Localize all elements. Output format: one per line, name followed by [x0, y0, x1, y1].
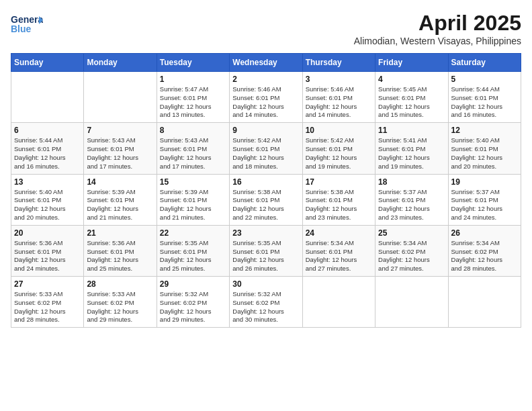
calendar-cell: 7Sunrise: 5:43 AM Sunset: 6:01 PM Daylig…: [84, 123, 157, 174]
day-info: Sunrise: 5:35 AM Sunset: 6:01 PM Dayligh…: [160, 239, 226, 273]
calendar-cell: 4Sunrise: 5:45 AM Sunset: 6:01 PM Daylig…: [375, 72, 448, 123]
calendar-cell: 11Sunrise: 5:41 AM Sunset: 6:01 PM Dayli…: [375, 123, 448, 174]
calendar-cell: 10Sunrise: 5:42 AM Sunset: 6:01 PM Dayli…: [302, 123, 375, 174]
day-info: Sunrise: 5:39 AM Sunset: 6:01 PM Dayligh…: [160, 188, 226, 222]
day-number: 23: [232, 228, 299, 238]
week-row-1: 6Sunrise: 5:44 AM Sunset: 6:01 PM Daylig…: [11, 123, 521, 174]
day-number: 10: [306, 126, 372, 135]
day-number: 3: [306, 75, 372, 84]
week-row-3: 20Sunrise: 5:36 AM Sunset: 6:01 PM Dayli…: [11, 225, 521, 276]
day-info: Sunrise: 5:33 AM Sunset: 6:02 PM Dayligh…: [87, 290, 153, 324]
calendar-cell: [84, 72, 157, 123]
calendar-cell: 28Sunrise: 5:33 AM Sunset: 6:02 PM Dayli…: [84, 277, 157, 328]
calendar-cell: [302, 277, 375, 328]
day-number: 9: [232, 126, 299, 135]
day-number: 13: [14, 177, 81, 187]
day-info: Sunrise: 5:40 AM Sunset: 6:01 PM Dayligh…: [451, 136, 518, 171]
day-number: 27: [14, 279, 81, 289]
title-section: April 2025 Alimodian, Western Visayas, P…: [354, 11, 521, 46]
day-info: Sunrise: 5:32 AM Sunset: 6:02 PM Dayligh…: [160, 290, 226, 324]
day-number: 11: [378, 126, 445, 135]
day-info: Sunrise: 5:34 AM Sunset: 6:02 PM Dayligh…: [378, 239, 445, 273]
calendar-cell: 19Sunrise: 5:37 AM Sunset: 6:01 PM Dayli…: [448, 174, 521, 225]
calendar-cell: 17Sunrise: 5:38 AM Sunset: 6:01 PM Dayli…: [302, 174, 375, 225]
calendar-cell: [375, 277, 448, 328]
weekday-header-thursday: Thursday: [302, 54, 375, 72]
calendar-cell: 6Sunrise: 5:44 AM Sunset: 6:01 PM Daylig…: [11, 123, 84, 174]
calendar-cell: 27Sunrise: 5:33 AM Sunset: 6:02 PM Dayli…: [11, 277, 84, 328]
calendar-cell: 1Sunrise: 5:47 AM Sunset: 6:01 PM Daylig…: [157, 72, 229, 123]
day-info: Sunrise: 5:35 AM Sunset: 6:01 PM Dayligh…: [232, 239, 299, 273]
day-number: 6: [14, 126, 81, 135]
day-number: 12: [451, 126, 518, 135]
day-info: Sunrise: 5:40 AM Sunset: 6:01 PM Dayligh…: [14, 188, 81, 222]
calendar-cell: 21Sunrise: 5:36 AM Sunset: 6:01 PM Dayli…: [84, 225, 157, 276]
day-info: Sunrise: 5:36 AM Sunset: 6:01 PM Dayligh…: [14, 239, 81, 273]
day-info: Sunrise: 5:32 AM Sunset: 6:02 PM Dayligh…: [232, 290, 299, 324]
day-number: 28: [87, 279, 153, 289]
week-row-2: 13Sunrise: 5:40 AM Sunset: 6:01 PM Dayli…: [11, 174, 521, 225]
day-info: Sunrise: 5:43 AM Sunset: 6:01 PM Dayligh…: [160, 136, 226, 171]
calendar-cell: 5Sunrise: 5:44 AM Sunset: 6:01 PM Daylig…: [448, 72, 521, 123]
month-title: April 2025: [354, 11, 521, 36]
page-header: General Blue April 2025 Alimodian, Weste…: [11, 11, 521, 46]
calendar-table: SundayMondayTuesdayWednesdayThursdayFrid…: [11, 53, 521, 328]
calendar-cell: 30Sunrise: 5:32 AM Sunset: 6:02 PM Dayli…: [230, 277, 302, 328]
calendar-cell: 12Sunrise: 5:40 AM Sunset: 6:01 PM Dayli…: [448, 123, 521, 174]
day-number: 15: [160, 177, 226, 187]
day-info: Sunrise: 5:33 AM Sunset: 6:02 PM Dayligh…: [14, 290, 81, 324]
calendar-cell: 14Sunrise: 5:39 AM Sunset: 6:01 PM Dayli…: [84, 174, 157, 225]
day-number: 16: [232, 177, 299, 187]
day-info: Sunrise: 5:34 AM Sunset: 6:02 PM Dayligh…: [451, 239, 518, 273]
calendar-cell: 15Sunrise: 5:39 AM Sunset: 6:01 PM Dayli…: [157, 174, 229, 225]
day-info: Sunrise: 5:41 AM Sunset: 6:01 PM Dayligh…: [378, 136, 445, 171]
day-number: 1: [160, 75, 226, 84]
day-info: Sunrise: 5:45 AM Sunset: 6:01 PM Dayligh…: [378, 85, 445, 120]
day-number: 26: [451, 228, 518, 238]
weekday-header-sunday: Sunday: [11, 54, 84, 72]
calendar-cell: 22Sunrise: 5:35 AM Sunset: 6:01 PM Dayli…: [157, 225, 229, 276]
weekday-header-saturday: Saturday: [448, 54, 521, 72]
day-info: Sunrise: 5:44 AM Sunset: 6:01 PM Dayligh…: [14, 136, 81, 171]
week-row-0: 1Sunrise: 5:47 AM Sunset: 6:01 PM Daylig…: [11, 72, 521, 123]
calendar-cell: 18Sunrise: 5:37 AM Sunset: 6:01 PM Dayli…: [375, 174, 448, 225]
calendar-cell: 13Sunrise: 5:40 AM Sunset: 6:01 PM Dayli…: [11, 174, 84, 225]
logo-icon: General Blue: [11, 11, 43, 38]
day-info: Sunrise: 5:43 AM Sunset: 6:01 PM Dayligh…: [87, 136, 153, 171]
day-info: Sunrise: 5:34 AM Sunset: 6:01 PM Dayligh…: [306, 239, 372, 273]
day-number: 25: [378, 228, 445, 238]
day-number: 24: [306, 228, 372, 238]
calendar-cell: 8Sunrise: 5:43 AM Sunset: 6:01 PM Daylig…: [157, 123, 229, 174]
day-info: Sunrise: 5:46 AM Sunset: 6:01 PM Dayligh…: [232, 85, 299, 120]
day-info: Sunrise: 5:44 AM Sunset: 6:01 PM Dayligh…: [451, 85, 518, 120]
calendar-cell: 16Sunrise: 5:38 AM Sunset: 6:01 PM Dayli…: [230, 174, 302, 225]
day-info: Sunrise: 5:46 AM Sunset: 6:01 PM Dayligh…: [306, 85, 372, 120]
day-info: Sunrise: 5:39 AM Sunset: 6:01 PM Dayligh…: [87, 188, 153, 222]
calendar-cell: 25Sunrise: 5:34 AM Sunset: 6:02 PM Dayli…: [375, 225, 448, 276]
day-number: 7: [87, 126, 153, 135]
day-number: 18: [378, 177, 445, 187]
calendar-cell: 9Sunrise: 5:42 AM Sunset: 6:01 PM Daylig…: [230, 123, 302, 174]
weekday-header-tuesday: Tuesday: [157, 54, 229, 72]
calendar-cell: [448, 277, 521, 328]
calendar-cell: 29Sunrise: 5:32 AM Sunset: 6:02 PM Dayli…: [157, 277, 229, 328]
day-info: Sunrise: 5:47 AM Sunset: 6:01 PM Dayligh…: [160, 85, 226, 120]
day-info: Sunrise: 5:37 AM Sunset: 6:01 PM Dayligh…: [378, 188, 445, 222]
calendar-cell: [11, 72, 84, 123]
day-number: 30: [232, 279, 299, 289]
calendar-cell: 23Sunrise: 5:35 AM Sunset: 6:01 PM Dayli…: [230, 225, 302, 276]
day-number: 19: [451, 177, 518, 187]
day-info: Sunrise: 5:38 AM Sunset: 6:01 PM Dayligh…: [232, 188, 299, 222]
svg-text:Blue: Blue: [11, 24, 32, 34]
day-number: 14: [87, 177, 153, 187]
weekday-header-friday: Friday: [375, 54, 448, 72]
day-number: 4: [378, 75, 445, 84]
location: Alimodian, Western Visayas, Philippines: [354, 36, 521, 46]
weekday-header-wednesday: Wednesday: [230, 54, 302, 72]
day-number: 21: [87, 228, 153, 238]
calendar-cell: 24Sunrise: 5:34 AM Sunset: 6:01 PM Dayli…: [302, 225, 375, 276]
day-info: Sunrise: 5:42 AM Sunset: 6:01 PM Dayligh…: [232, 136, 299, 171]
logo: General Blue: [11, 11, 43, 40]
calendar-cell: 26Sunrise: 5:34 AM Sunset: 6:02 PM Dayli…: [448, 225, 521, 276]
day-info: Sunrise: 5:37 AM Sunset: 6:01 PM Dayligh…: [451, 188, 518, 222]
